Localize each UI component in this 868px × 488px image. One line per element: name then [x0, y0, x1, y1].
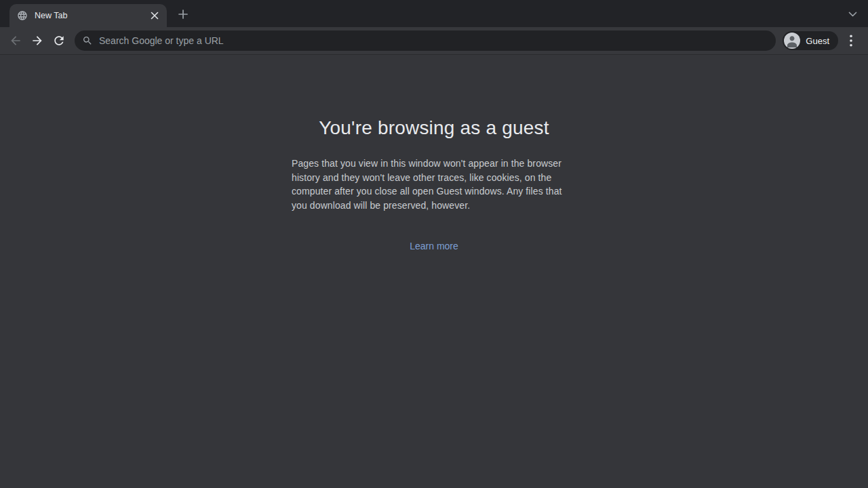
- tab-close-button[interactable]: [148, 9, 161, 22]
- browser-menu-button[interactable]: [841, 30, 861, 51]
- guest-description: Pages that you view in this window won't…: [292, 157, 576, 212]
- guest-panel: You're browsing as a guest Pages that yo…: [292, 55, 576, 488]
- tab-new-tab[interactable]: New Tab: [9, 4, 167, 27]
- globe-icon: [17, 10, 28, 21]
- page-title: You're browsing as a guest: [292, 116, 576, 140]
- tab-strip: New Tab: [0, 0, 868, 27]
- learn-more-link[interactable]: Learn more: [410, 241, 458, 251]
- search-icon: [82, 35, 93, 46]
- profile-chip-guest[interactable]: Guest: [783, 31, 838, 50]
- reload-button[interactable]: [49, 30, 69, 51]
- chevron-down-icon: [848, 12, 857, 17]
- avatar: [784, 33, 800, 49]
- person-icon: [784, 33, 800, 49]
- guest-new-tab-page: You're browsing as a guest Pages that yo…: [0, 55, 868, 488]
- plus-icon: [178, 9, 188, 19]
- back-button[interactable]: [5, 30, 26, 51]
- close-icon: [151, 12, 159, 20]
- profile-label: Guest: [806, 36, 829, 46]
- address-input[interactable]: [99, 35, 766, 46]
- address-bar[interactable]: [75, 30, 776, 51]
- kebab-menu-icon: [850, 35, 852, 47]
- forward-arrow-icon: [31, 34, 44, 47]
- reload-icon: [52, 34, 66, 47]
- back-arrow-icon: [9, 34, 22, 47]
- tab-title: New Tab: [35, 11, 148, 20]
- browser-window: New Tab: [0, 0, 868, 488]
- tab-search-button[interactable]: [845, 8, 860, 20]
- forward-button[interactable]: [27, 30, 47, 51]
- browser-toolbar: Guest: [0, 27, 868, 55]
- new-tab-button[interactable]: [174, 5, 193, 24]
